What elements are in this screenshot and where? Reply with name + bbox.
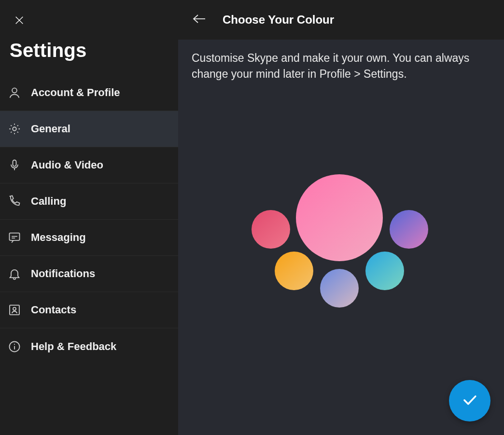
svg-point-10: [14, 344, 15, 345]
main-title: Choose Your Colour: [223, 13, 334, 27]
chat-icon: [7, 230, 22, 245]
sidebar-item-label: Calling: [31, 195, 66, 208]
back-button[interactable]: [190, 10, 209, 29]
close-icon: [14, 15, 25, 28]
microphone-icon: [7, 157, 22, 173]
sidebar-item-label: Messaging: [31, 231, 86, 244]
sidebar-item-label: Help & Feedback: [31, 340, 116, 353]
svg-point-3: [13, 127, 16, 130]
confirm-button[interactable]: [449, 380, 490, 421]
page-title: Settings: [10, 40, 168, 61]
svg-rect-4: [13, 160, 16, 167]
sidebar-item-account-profile[interactable]: Account & Profile: [0, 75, 178, 111]
settings-nav: Account & Profile General: [0, 75, 178, 365]
colour-option-orange[interactable]: [275, 252, 313, 290]
sidebar-item-label: General: [31, 123, 70, 135]
close-button[interactable]: [10, 12, 29, 31]
colour-option-rose[interactable]: [252, 210, 290, 249]
sidebar-item-audio-video[interactable]: Audio & Video: [0, 147, 178, 183]
info-icon: [7, 339, 22, 354]
sidebar-item-help-feedback[interactable]: Help & Feedback: [0, 328, 178, 365]
sidebar-item-label: Notifications: [31, 267, 95, 280]
sidebar-item-calling[interactable]: Calling: [0, 183, 178, 220]
sidebar-item-label: Account & Profile: [31, 86, 120, 99]
sidebar-item-notifications[interactable]: Notifications: [0, 256, 178, 292]
sidebar-item-messaging[interactable]: Messaging: [0, 220, 178, 256]
sidebar-item-label: Contacts: [31, 304, 76, 316]
colour-option-periwinkle[interactable]: [320, 269, 359, 308]
main-header: Choose Your Colour: [178, 0, 504, 40]
sidebar-item-general[interactable]: General: [0, 111, 178, 147]
svg-point-2: [12, 88, 17, 93]
colour-option-teal[interactable]: [365, 252, 404, 290]
sidebar-item-contacts[interactable]: Contacts: [0, 292, 178, 328]
colour-picker-stage: [178, 83, 504, 435]
check-icon: [461, 391, 479, 411]
main-panel: Choose Your Colour Customise Skype and m…: [178, 0, 504, 435]
svg-point-7: [13, 308, 16, 310]
gear-icon: [7, 121, 22, 137]
colour-option-pink[interactable]: [296, 174, 383, 261]
settings-sidebar: Settings Account & Profile Gene: [0, 0, 178, 435]
sidebar-item-label: Audio & Video: [31, 159, 103, 171]
contacts-icon: [7, 302, 22, 318]
bell-icon: [7, 266, 22, 281]
phone-icon: [7, 194, 22, 209]
person-icon: [7, 85, 22, 100]
arrow-left-icon: [192, 14, 207, 26]
main-description: Customise Skype and make it your own. Yo…: [178, 40, 504, 83]
colour-option-violet[interactable]: [390, 210, 428, 249]
